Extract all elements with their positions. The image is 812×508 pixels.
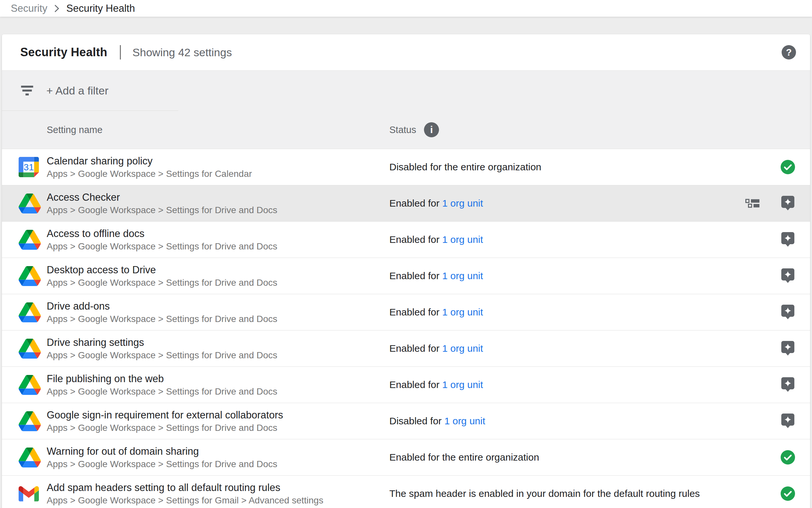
recommendation-icon[interactable] (781, 196, 794, 211)
status-icon-cell (780, 160, 796, 175)
app-icon-cell (18, 411, 47, 431)
app-icon-cell (18, 486, 47, 502)
setting-path: Apps > Google Workspace > Settings for G… (47, 494, 323, 506)
column-status-label: Status (389, 125, 416, 135)
setting-path: Apps > Google Workspace > Settings for D… (47, 458, 277, 470)
table-row[interactable]: Access to offline docs Apps > Google Wor… (2, 222, 810, 258)
google-calendar-icon: 31 (18, 157, 39, 177)
setting-text-cell: Drive add-ons Apps > Google Workspace > … (47, 299, 277, 325)
status-org-unit-link[interactable]: 1 org unit (442, 270, 483, 281)
google-drive-icon (18, 411, 41, 431)
table-row[interactable]: Google sign-in requirement for external … (2, 403, 810, 439)
filter-and-header-section: + Add a filter Setting name Status i (2, 70, 810, 149)
filter-list-icon (21, 85, 33, 96)
status-icon-cell (780, 268, 796, 284)
setting-title: Add spam headers setting to all default … (47, 481, 323, 494)
table-row[interactable]: File publishing on the web Apps > Google… (2, 367, 810, 403)
status-cell: Disabled for the entire organization (389, 162, 541, 173)
setting-title: Drive sharing settings (47, 336, 277, 349)
add-filter-button[interactable]: + Add a filter (46, 84, 108, 97)
setting-text-cell: Access Checker Apps > Google Workspace >… (47, 190, 277, 216)
status-ok-icon (780, 160, 795, 175)
setting-title: Drive add-ons (47, 299, 277, 313)
status-icon-cell (780, 414, 796, 429)
title-separator (120, 45, 121, 59)
setting-title: Access Checker (47, 190, 277, 204)
status-icon-cell (780, 196, 796, 211)
status-cell: Disabled for 1 org unit (389, 416, 485, 427)
app-icon-cell (18, 230, 47, 250)
settings-count: Showing 42 settings (133, 46, 232, 59)
recommendation-icon[interactable] (781, 305, 794, 320)
setting-text-cell: Calendar sharing policy Apps > Google Wo… (47, 154, 252, 180)
status-cell: Enabled for 1 org unit (389, 307, 483, 318)
setting-text-cell: Desktop access to Drive Apps > Google Wo… (47, 263, 277, 289)
table-row[interactable]: Add spam headers setting to all default … (2, 476, 810, 508)
app-icon-cell: 31 (18, 157, 47, 177)
setting-title: Google sign-in requirement for external … (47, 408, 283, 422)
setting-title: Calendar sharing policy (47, 154, 252, 168)
status-cell: The spam header is enabled in your domai… (389, 488, 700, 499)
status-org-unit-link[interactable]: 1 org unit (442, 307, 483, 318)
recommendation-icon[interactable] (781, 232, 794, 247)
status-ok-icon (780, 450, 795, 465)
status-org-unit-link[interactable]: 1 org unit (444, 416, 485, 426)
status-cell: Enabled for 1 org unit (389, 234, 483, 245)
setting-title: Warning for out of domain sharing (47, 444, 277, 458)
app-icon-cell (18, 302, 47, 322)
status-icon-cell (780, 341, 796, 356)
status-org-unit-link[interactable]: 1 org unit (442, 343, 483, 354)
table-row[interactable]: Warning for out of domain sharing Apps >… (2, 439, 810, 476)
table-row[interactable]: 31 Calendar sharing policy Apps > Google… (2, 149, 810, 185)
app-icon-cell (18, 375, 47, 395)
help-icon[interactable]: ? (782, 45, 796, 59)
status-cell: Enabled for 1 org unit (389, 270, 483, 282)
table-row[interactable]: Access Checker Apps > Google Workspace >… (2, 185, 810, 222)
svg-text:31: 31 (23, 162, 34, 172)
setting-path: Apps > Google Workspace > Settings for D… (47, 313, 277, 325)
table-row[interactable]: Drive add-ons Apps > Google Workspace > … (2, 294, 810, 331)
status-cell: Enabled for 1 org unit (389, 379, 483, 390)
setting-path: Apps > Google Workspace > Settings for D… (47, 277, 277, 289)
status-ok-icon (780, 486, 795, 501)
breadcrumb: Security Security Health (0, 0, 812, 17)
status-icon-cell (780, 377, 796, 392)
setting-path: Apps > Google Workspace > Settings for D… (47, 240, 277, 252)
status-icon-cell (780, 486, 796, 501)
info-icon[interactable]: i (424, 122, 439, 137)
table-row[interactable]: Desktop access to Drive Apps > Google Wo… (2, 258, 810, 294)
setting-path: Apps > Google Workspace > Settings for D… (47, 422, 283, 434)
status-text: Enabled for (389, 198, 442, 209)
recommendation-icon[interactable] (781, 414, 794, 429)
status-text: Enabled for (389, 270, 442, 281)
google-drive-icon (18, 266, 41, 286)
google-drive-icon (18, 448, 41, 467)
recommendation-icon[interactable] (781, 341, 794, 356)
setting-title: File publishing on the web (47, 372, 277, 385)
filter-bar: + Add a filter (2, 71, 810, 111)
setting-path: Apps > Google Workspace > Settings for D… (47, 204, 277, 216)
setting-path: Apps > Google Workspace > Settings for D… (47, 385, 277, 397)
status-text: Disabled for the entire organization (389, 162, 541, 172)
app-icon-cell (18, 194, 47, 213)
status-text: Enabled for the entire organization (389, 452, 539, 463)
chevron-right-icon (54, 4, 59, 13)
status-icon-cell (780, 232, 796, 247)
setting-path: Apps > Google Workspace > Settings for D… (47, 349, 277, 361)
recommendation-icon[interactable] (781, 377, 794, 392)
breadcrumb-item-security[interactable]: Security (11, 3, 47, 14)
status-text: The spam header is enabled in your domai… (389, 488, 700, 499)
status-org-unit-link[interactable]: 1 org unit (442, 198, 483, 209)
status-cell: Enabled for 1 org unit (389, 343, 483, 354)
setting-text-cell: Add spam headers setting to all default … (47, 481, 323, 506)
status-text: Enabled for (389, 379, 442, 390)
status-org-unit-link[interactable]: 1 org unit (442, 234, 483, 245)
status-org-unit-link[interactable]: 1 org unit (442, 379, 483, 390)
table-row[interactable]: Drive sharing settings Apps > Google Wor… (2, 331, 810, 367)
page-title: Security Health (20, 45, 107, 59)
org-units-icon[interactable] (745, 199, 760, 208)
recommendation-icon[interactable] (781, 268, 794, 284)
card-header: Security Health Showing 42 settings ? (2, 34, 810, 70)
column-setting-name: Setting name (47, 125, 103, 135)
setting-text-cell: Drive sharing settings Apps > Google Wor… (47, 336, 277, 361)
